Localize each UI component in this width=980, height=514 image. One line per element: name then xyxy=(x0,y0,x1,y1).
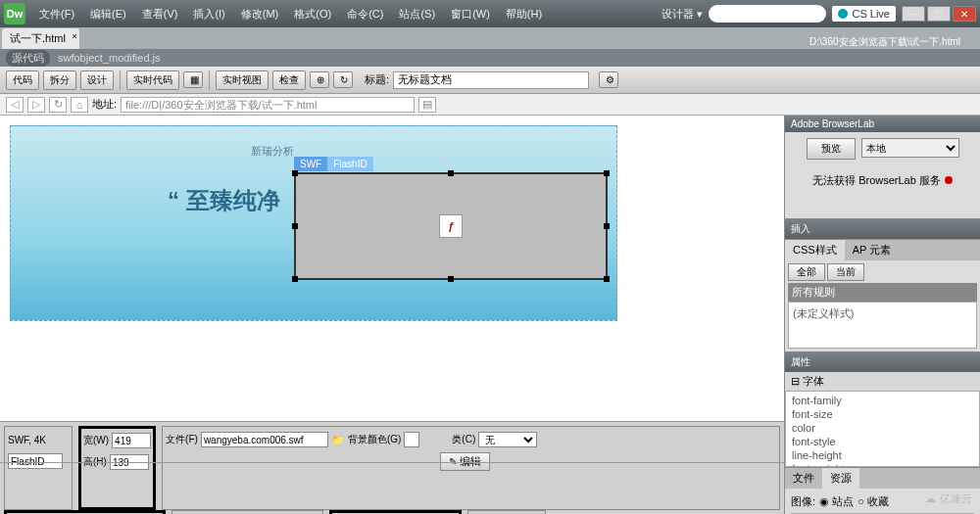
menu-commands[interactable]: 命令(C) xyxy=(341,4,389,24)
height-input[interactable] xyxy=(110,454,149,470)
bg-color-swatch[interactable] xyxy=(404,432,419,447)
split-view-button[interactable]: 拆分 xyxy=(43,70,76,90)
menu-site[interactable]: 站点(S) xyxy=(393,4,441,24)
properties-panel-header[interactable]: 属性 xyxy=(785,352,980,372)
code-view-button[interactable]: 代码 xyxy=(6,70,39,90)
nav-home-button[interactable]: ⌂ xyxy=(71,97,88,113)
assets-tab[interactable]: 资源 xyxy=(822,468,859,489)
ap-elements-tab[interactable]: AP 元素 xyxy=(845,240,900,260)
title-label: 标题: xyxy=(365,72,389,87)
css-all-button[interactable]: 全部 xyxy=(788,263,825,281)
property-inspector: SWF, 4K 宽(W) 高(H) 文件(F) 📁 背景颜色(G) 类(C) 无… xyxy=(0,421,784,514)
nav-back-button[interactable]: ◁ xyxy=(6,97,24,113)
menu-help[interactable]: 帮助(H) xyxy=(500,4,548,24)
error-status-icon xyxy=(945,176,953,184)
maximize-button[interactable]: □ xyxy=(927,6,951,22)
css-current-button[interactable]: 当前 xyxy=(827,263,864,281)
search-input[interactable] xyxy=(709,5,826,23)
bg-label: 背景颜色(G) xyxy=(348,433,401,446)
document-tab[interactable]: 试一下.html× xyxy=(2,28,79,49)
image-label: 图像: xyxy=(791,494,815,509)
minimize-button[interactable]: ─ xyxy=(902,6,925,22)
watermark: ☁ 亿速云 xyxy=(925,491,972,506)
inspect-button[interactable]: 检查 xyxy=(272,70,306,90)
source-code-pill[interactable]: 源代码 xyxy=(6,50,50,67)
address-go-button[interactable]: ▤ xyxy=(418,97,436,113)
related-files-strip: 源代码 swfobject_modified.js xyxy=(0,49,980,67)
cslive-icon xyxy=(838,9,848,19)
insert-panel-header[interactable]: 插入 xyxy=(785,219,980,239)
menu-window[interactable]: 窗口(W) xyxy=(445,4,496,24)
font-property-list[interactable]: font-family font-size color font-style l… xyxy=(785,391,980,467)
title-input[interactable] xyxy=(393,71,589,89)
close-button[interactable]: ✕ xyxy=(953,6,976,22)
class-label: 类(C) xyxy=(452,433,475,446)
menu-format[interactable]: 格式(O) xyxy=(288,4,337,24)
document-path: D:\360安全浏览器下载\试一下.html xyxy=(809,35,980,49)
css-rules-heading: 所有规则 xyxy=(788,283,977,302)
related-file-link[interactable]: swfobject_modified.js xyxy=(58,52,161,64)
swf-tag-label: SWFFlashID xyxy=(294,157,373,171)
file-label: 文件(F) xyxy=(166,433,198,446)
document-tab-strip: 试一下.html× D:\360安全浏览器下载\试一下.html xyxy=(0,27,980,49)
swf-type-label: SWF, 4K xyxy=(8,435,46,445)
address-input[interactable]: file:///D|/360安全浏览器下载/试一下.html xyxy=(121,97,415,113)
height-label: 高(H) xyxy=(83,455,107,469)
live-code-button[interactable]: 实时代码 xyxy=(126,70,179,90)
browserlab-error: 无法获得 BrowserLab 服务 xyxy=(791,173,974,188)
menu-edit[interactable]: 编辑(E) xyxy=(84,4,132,24)
local-select[interactable]: 本地 xyxy=(861,138,959,158)
banner-subtitle: 新瑞分析 xyxy=(251,144,294,159)
menu-insert[interactable]: 插入(I) xyxy=(187,4,230,24)
font-group-label: ⊟ 字体 xyxy=(785,372,980,391)
live-options-button[interactable]: ▦ xyxy=(183,71,203,88)
layout-switcher[interactable]: 设计器 ▾ xyxy=(662,7,703,22)
address-label: 地址: xyxy=(92,97,117,112)
menu-view[interactable]: 查看(V) xyxy=(136,4,184,24)
util-button[interactable]: ⚙ xyxy=(599,71,618,88)
banner-headline: “ 至臻纯净 xyxy=(168,185,280,216)
width-label: 宽(W) xyxy=(83,434,109,447)
preview-button[interactable]: 预览 xyxy=(807,138,856,160)
cloud-icon: ☁ xyxy=(925,492,936,505)
design-view-button[interactable]: 设计 xyxy=(80,70,114,90)
edit-button[interactable]: ✎ 编辑 xyxy=(440,452,490,471)
document-toolbar: 代码 拆分 设计 实时代码 ▦ 实时视图 检查 ⊕ ↻ 标题: ⚙ xyxy=(0,67,980,94)
flash-icon: ƒ xyxy=(439,214,463,238)
class-select[interactable]: 无 xyxy=(478,432,537,447)
app-logo: Dw xyxy=(4,3,25,24)
browserlab-panel-header[interactable]: Adobe BrowserLab xyxy=(785,116,980,132)
swf-placeholder[interactable]: ƒ xyxy=(294,172,608,280)
right-panel-group: Adobe BrowserLab 预览 本地 无法获得 BrowserLab 服… xyxy=(784,116,980,514)
menu-modify[interactable]: 修改(M) xyxy=(235,4,285,24)
refresh-button[interactable]: ↻ xyxy=(333,71,353,88)
css-rules-list: (未定义样式) xyxy=(788,302,977,349)
files-tab[interactable]: 文件 xyxy=(785,468,822,489)
tab-close-icon[interactable]: × xyxy=(73,31,77,41)
browser-preview-button[interactable]: ⊕ xyxy=(310,71,329,88)
title-bar: Dw 文件(F) 编辑(E) 查看(V) 插入(I) 修改(M) 格式(O) 命… xyxy=(0,0,980,27)
css-styles-tab[interactable]: CSS样式 xyxy=(785,240,845,260)
nav-refresh-button[interactable]: ↻ xyxy=(49,97,67,113)
site-radio[interactable]: ◉ 站点 xyxy=(819,494,854,509)
live-view-button[interactable]: 实时视图 xyxy=(216,70,269,90)
favorites-radio[interactable]: ○ 收藏 xyxy=(858,494,889,509)
cslive-button[interactable]: CS Live xyxy=(832,6,896,22)
file-input[interactable] xyxy=(201,432,328,447)
nav-forward-button[interactable]: ▷ xyxy=(27,97,45,113)
folder-icon[interactable]: 📁 xyxy=(331,434,345,446)
address-bar: ◁ ▷ ↻ ⌂ 地址: file:///D|/360安全浏览器下载/试一下.ht… xyxy=(0,94,980,116)
flash-id-input[interactable] xyxy=(8,453,63,469)
width-input[interactable] xyxy=(112,433,151,448)
main-menu: 文件(F) 编辑(E) 查看(V) 插入(I) 修改(M) 格式(O) 命令(C… xyxy=(33,4,548,24)
menu-file[interactable]: 文件(F) xyxy=(33,4,80,24)
